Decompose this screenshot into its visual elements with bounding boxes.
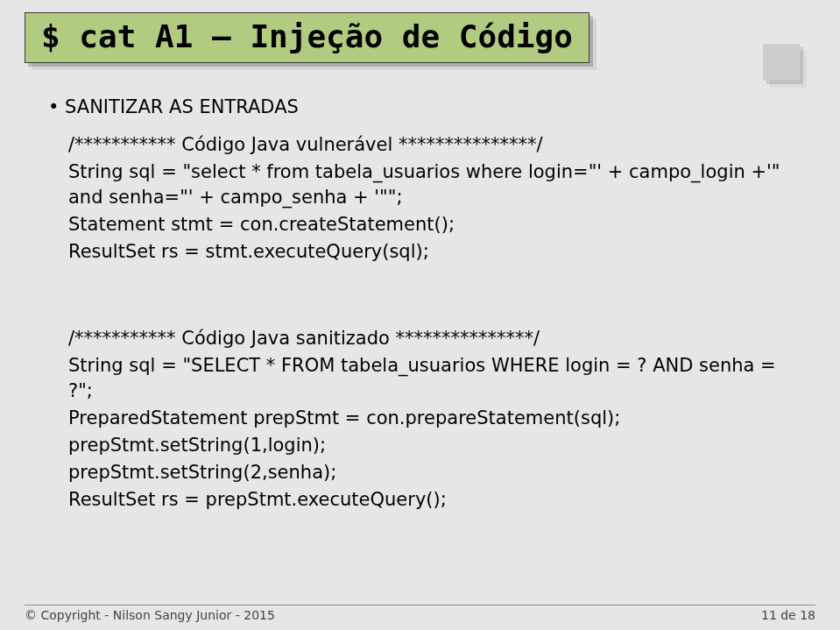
code-san-sql: String sql = "SELECT * FROM tabela_usuar…	[68, 353, 792, 404]
code-san-rs: ResultSet rs = prepStmt.executeQuery();	[68, 487, 792, 513]
code-vuln-comment: /*********** Código Java vulnerável ****…	[68, 132, 792, 158]
page-number: 11 de 18	[761, 608, 815, 622]
slide: $ cat A1 – Injeção de Código • SANITIZAR…	[0, 0, 840, 630]
code-san-comment: /*********** Código Java sanitizado ****…	[68, 326, 792, 351]
code-vuln-sql: String sql = "select * from tabela_usuar…	[68, 159, 792, 210]
decor-square	[763, 44, 800, 81]
content-area: • SANITIZAR AS ENTRADAS /*********** Cód…	[48, 95, 792, 514]
code-san-set1: prepStmt.setString(1,login);	[68, 433, 792, 458]
code-vuln-stmt: Statement stmt = con.createStatement();	[68, 212, 792, 237]
title-box: $ cat A1 – Injeção de Código	[25, 12, 589, 63]
bullet-sanitizar: • SANITIZAR AS ENTRADAS	[48, 95, 792, 120]
footer: © Copyright - Nilson Sangy Junior - 2015…	[25, 605, 815, 622]
code-san-set2: prepStmt.setString(2,senha);	[68, 460, 792, 485]
copyright: © Copyright - Nilson Sangy Junior - 2015	[25, 608, 275, 622]
code-vuln-rs: ResultSet rs = stmt.executeQuery(sql);	[68, 239, 792, 265]
page-title: $ cat A1 – Injeção de Código	[41, 18, 573, 54]
code-san-prep: PreparedStatement prepStmt = con.prepare…	[68, 406, 792, 431]
